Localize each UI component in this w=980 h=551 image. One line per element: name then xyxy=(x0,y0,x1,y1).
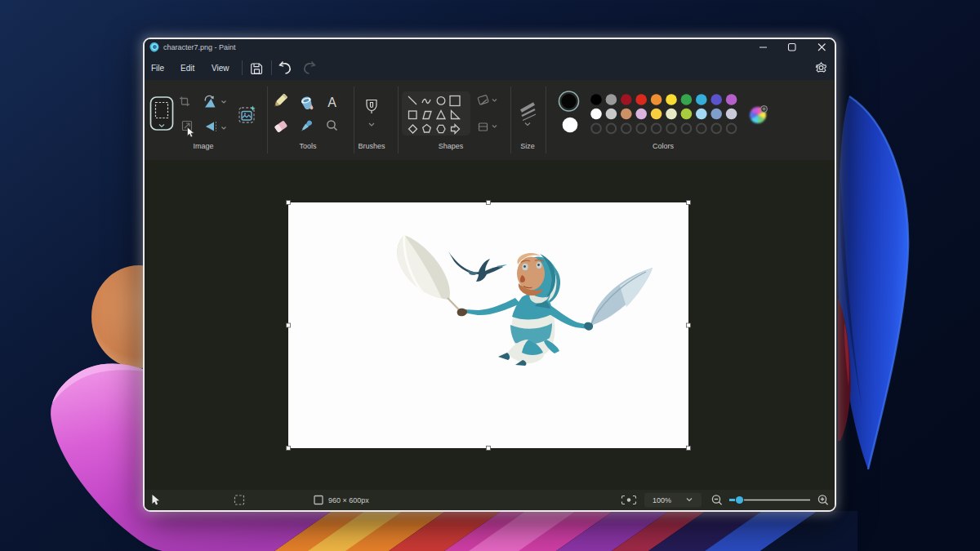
svg-text:Colors: Colors xyxy=(653,142,675,150)
svg-text:Edit: Edit xyxy=(180,64,194,73)
svg-text:Brushes: Brushes xyxy=(358,142,385,150)
svg-text:100%: 100% xyxy=(653,496,671,504)
svg-text:960 × 600px: 960 × 600px xyxy=(328,496,369,504)
svg-text:character7.png - Paint: character7.png - Paint xyxy=(163,43,236,51)
svg-text:Shapes: Shapes xyxy=(439,142,464,150)
svg-text:File: File xyxy=(151,64,165,73)
svg-text:Size: Size xyxy=(520,142,535,150)
svg-text:Tools: Tools xyxy=(299,142,317,150)
svg-text:A: A xyxy=(327,96,336,109)
svg-text:View: View xyxy=(212,64,229,73)
svg-text:Image: Image xyxy=(193,142,213,150)
